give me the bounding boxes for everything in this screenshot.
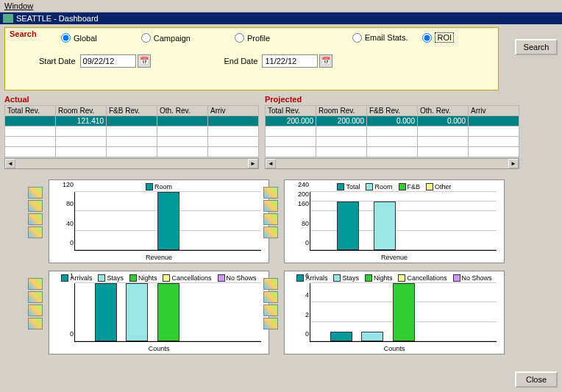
cell[interactable]: 0.000 [418, 116, 469, 126]
legend-swatch [365, 274, 372, 282]
column-header[interactable]: Oth. Rev. [157, 106, 208, 116]
column-header[interactable]: Arriv [469, 106, 519, 116]
actual-grid[interactable]: Total Rev.Room Rev.F&B Rev.Oth. Rev.Arri… [4, 105, 259, 157]
chart-type-icon[interactable] [263, 291, 278, 303]
legend-label: F&B [408, 183, 421, 190]
chart-type-icon[interactable] [28, 227, 43, 238]
legend-item: Arrivals [296, 274, 327, 282]
chart-type-icon[interactable] [263, 200, 278, 212]
chart-type-icon[interactable] [263, 278, 278, 290]
table-row[interactable] [5, 137, 259, 147]
table-row[interactable]: 200.000200.0000.0000.000 [266, 116, 519, 126]
y-tick-label: 240 [298, 181, 310, 188]
end-date-calendar-icon[interactable] [319, 54, 332, 68]
radio-roi-input[interactable] [422, 33, 432, 43]
column-header[interactable]: F&B Rev. [367, 106, 418, 116]
chart-type-icon[interactable] [28, 318, 43, 329]
column-header[interactable]: Arriv [208, 106, 259, 116]
radio-roi[interactable]: ROI [422, 32, 454, 43]
gridline [310, 191, 497, 192]
projected-scrollbar[interactable]: ◄ ► [265, 158, 519, 169]
chart-type-icon[interactable] [263, 304, 278, 316]
y-tick-label: 80 [66, 200, 75, 207]
column-header[interactable]: F&B Rev. [107, 106, 157, 116]
chart-type-icon[interactable] [263, 213, 278, 225]
projected-grid[interactable]: Total Rev.Room Rev.F&B Rev.Oth. Rev.Arri… [265, 105, 519, 157]
plot-area: 01 [74, 283, 261, 342]
table-row[interactable] [266, 137, 519, 147]
start-date-calendar-icon[interactable] [138, 54, 151, 68]
y-tick-label: 40 [66, 220, 75, 227]
column-header[interactable]: Oth. Rev. [418, 106, 469, 116]
cell[interactable]: 121.410 [56, 116, 107, 126]
bar [330, 332, 352, 341]
legend-item: Stays [98, 274, 124, 282]
legend-label: Nights [374, 274, 393, 282]
chart-type-icon[interactable] [28, 200, 43, 212]
cell[interactable] [469, 116, 519, 126]
column-header[interactable]: Room Rev. [56, 106, 107, 116]
right-panel: Search [515, 39, 558, 55]
cell[interactable] [107, 116, 157, 126]
column-header[interactable]: Room Rev. [316, 106, 367, 116]
column-header[interactable]: Total Rev. [266, 106, 316, 116]
start-date-input[interactable] [80, 54, 136, 68]
table-row[interactable] [5, 126, 259, 137]
legend-item: Total [337, 183, 360, 190]
radio-email-stats[interactable]: Email Stats. [352, 33, 408, 43]
cell[interactable]: 0.000 [367, 116, 418, 126]
table-row[interactable] [266, 147, 519, 157]
chart-type-icon[interactable] [28, 304, 43, 316]
app-icon [3, 14, 13, 23]
table-row[interactable] [266, 126, 519, 137]
table-row[interactable] [5, 147, 259, 157]
cell[interactable] [208, 116, 259, 126]
cell[interactable] [5, 116, 56, 126]
chart-type-icon[interactable] [28, 291, 43, 303]
scroll-left-icon[interactable]: ◄ [5, 159, 15, 168]
radio-global[interactable]: Global [61, 33, 97, 43]
bar [157, 283, 179, 341]
legend-item: Stays [333, 274, 359, 282]
radio-profile-input[interactable] [235, 33, 244, 43]
chart-type-icon[interactable] [263, 187, 278, 199]
y-tick-label: 1 [70, 272, 75, 279]
end-date-input[interactable] [262, 54, 318, 68]
column-header[interactable]: Total Rev. [5, 106, 56, 116]
radio-campaign[interactable]: Campaign [141, 33, 191, 43]
scroll-right-icon[interactable]: ► [508, 159, 519, 168]
chart-type-icon[interactable] [28, 213, 43, 225]
chart-type-icon[interactable] [263, 227, 278, 238]
scroll-right-icon[interactable]: ► [248, 159, 258, 168]
cell[interactable]: 200.000 [316, 116, 367, 126]
chart-type-icon[interactable] [28, 187, 43, 199]
legend-swatch [337, 183, 344, 190]
legend-item: Cancellations [163, 274, 211, 282]
legend-label: No Shows [227, 274, 257, 282]
search-button[interactable]: Search [515, 39, 558, 55]
legend-swatch [129, 274, 137, 282]
y-tick-label: 120 [63, 181, 75, 188]
bar [337, 202, 359, 250]
radio-roi-label: ROI [435, 32, 454, 43]
actual-scrollbar[interactable]: ◄ ► [4, 158, 259, 169]
legend-label: Cancellations [407, 274, 447, 282]
scroll-left-icon[interactable]: ◄ [266, 159, 276, 168]
radio-email-stats-input[interactable] [352, 33, 362, 43]
cell[interactable]: 200.000 [266, 116, 316, 126]
chart-legend: Room [49, 183, 268, 190]
cell[interactable] [157, 116, 208, 126]
radio-profile[interactable]: Profile [235, 33, 270, 43]
radio-campaign-input[interactable] [141, 33, 151, 43]
legend-item: F&B [399, 183, 421, 190]
radio-global-input[interactable] [61, 33, 71, 43]
menu-window[interactable]: Window [4, 1, 33, 10]
end-date-group: End Date [224, 54, 333, 68]
chart-type-icon[interactable] [28, 278, 43, 290]
plot-area: 080160200240 [310, 192, 497, 251]
legend-item: Nights [365, 274, 393, 282]
table-row[interactable]: 121.410 [5, 116, 259, 126]
chart-type-icon[interactable] [263, 318, 278, 329]
plot-area: 04080120 [74, 192, 261, 251]
close-button[interactable]: Close [515, 371, 558, 388]
